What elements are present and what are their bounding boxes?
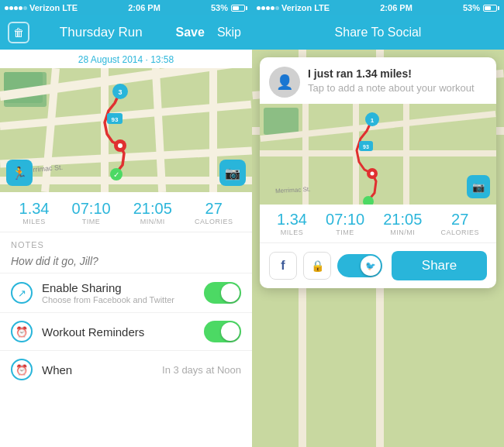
twitter-icon: 🐦 xyxy=(365,261,376,271)
enable-sharing-text: Enable Sharing Choose from Facebook and … xyxy=(42,281,204,304)
svg-point-3 xyxy=(118,143,123,148)
card-stat-time: 07:10 TIME xyxy=(326,211,364,236)
card-camera-button[interactable]: 📷 xyxy=(467,175,490,198)
time-right: 2:06 PM xyxy=(380,3,413,12)
facebook-icon: f xyxy=(281,259,285,273)
workout-reminders-text: Workout Reminders xyxy=(42,325,204,339)
when-title: When xyxy=(42,363,162,377)
stat-pace: 21:05 MIN/MI xyxy=(133,200,172,225)
card-header: 👤 I just ran 1.34 miles! Tap to add a no… xyxy=(260,57,496,104)
card-stat-miles: 1.34 MILES xyxy=(277,211,307,236)
workout-reminders-title: Workout Reminders xyxy=(42,325,204,339)
notes-section: NOTES xyxy=(0,232,252,273)
lock-button[interactable]: 🔒 xyxy=(303,252,331,280)
signal-icon-right xyxy=(257,6,279,10)
workout-reminders-toggle[interactable] xyxy=(204,321,241,342)
card-map: 1 93 Merrimac St. 📷 xyxy=(260,104,496,205)
enable-sharing-toggle[interactable] xyxy=(204,282,241,304)
notes-heading: NOTES xyxy=(11,240,241,249)
svg-text:3: 3 xyxy=(118,88,122,96)
miles-value: 1.34 xyxy=(19,200,50,217)
svg-text:93: 93 xyxy=(363,144,369,150)
when-icon: ⏰ xyxy=(11,359,33,380)
signal-icon xyxy=(5,6,27,10)
battery-pct-right: 53% xyxy=(463,3,480,12)
when-value: In 3 days at Noon xyxy=(162,364,241,376)
card-stat-pace: 21:05 MIN/MI xyxy=(383,211,422,236)
skip-button[interactable]: Skip xyxy=(214,26,244,40)
pace-value: 21:05 xyxy=(133,200,172,217)
svg-text:1: 1 xyxy=(371,117,375,124)
run-route: 3 ✓ 93 xyxy=(0,68,252,192)
time-left: 2:06 PM xyxy=(128,3,161,12)
status-bar-right: Verizon LTE 2:06 PM 53% xyxy=(252,0,504,15)
sharing-icon: ↗ xyxy=(11,282,33,304)
miles-label: MILES xyxy=(22,218,46,225)
carrier-left: Verizon LTE xyxy=(5,3,78,12)
workout-reminders-row: ⏰ Workout Reminders xyxy=(0,312,252,350)
header-left: 🗑 Thursday Run Save Skip xyxy=(0,15,252,50)
facebook-button[interactable]: f xyxy=(269,252,297,280)
share-to-social-label: Share To Social xyxy=(260,26,496,40)
map-background: 3 ✓ 93 Merrimac St. xyxy=(0,68,252,192)
svg-point-11 xyxy=(371,172,375,176)
card-calories-label: CALORIES xyxy=(440,229,479,236)
card-pace-label: MIN/MI xyxy=(390,229,415,236)
time-value: 07:10 xyxy=(72,200,111,217)
status-bar-left: Verizon LTE 2:06 PM 53% xyxy=(0,0,252,15)
map-camera-button[interactable]: 📷 xyxy=(219,160,246,186)
carrier-name-left: Verizon xyxy=(29,3,60,12)
card-calories-value: 27 xyxy=(451,211,468,228)
card-message-sub: Tap to add a note about your workout xyxy=(308,82,487,95)
status-right-left: 53% xyxy=(211,3,247,12)
card-message[interactable]: I just ran 1.34 miles! Tap to add a note… xyxy=(308,67,487,95)
battery-icon-left xyxy=(231,5,247,12)
network-type-right: LTE xyxy=(314,3,330,12)
card-actions: f 🔒 🐦 Share xyxy=(260,243,496,288)
right-panel: 👤 I just ran 1.34 miles! Tap to add a no… xyxy=(252,50,504,447)
stat-miles: 1.34 MILES xyxy=(19,200,50,225)
social-share-card: 👤 I just ran 1.34 miles! Tap to add a no… xyxy=(260,57,496,288)
calories-label: CALORIES xyxy=(195,218,233,225)
enable-sharing-title: Enable Sharing xyxy=(42,281,204,294)
stat-time: 07:10 TIME xyxy=(72,200,111,225)
card-time-value: 07:10 xyxy=(326,211,364,228)
lock-icon: 🔒 xyxy=(311,260,324,272)
user-avatar: 👤 xyxy=(269,67,300,98)
card-pace-value: 21:05 xyxy=(383,211,422,228)
battery-pct-left: 53% xyxy=(211,3,228,12)
trash-icon[interactable]: 🗑 xyxy=(8,22,29,43)
card-stats-row: 1.34 MILES 07:10 TIME 21:05 MIN/MI 27 CA… xyxy=(260,205,496,243)
svg-text:✓: ✓ xyxy=(113,170,119,179)
status-bar: Verizon LTE 2:06 PM 53% Verizon LTE 2:06… xyxy=(0,0,504,15)
main-content: 28 August 2014 · 13:58 xyxy=(0,50,504,447)
card-miles-label: MILES xyxy=(281,229,304,236)
carrier-right: Verizon LTE xyxy=(257,3,330,12)
twitter-toggle[interactable]: 🐦 xyxy=(337,254,382,277)
pace-label: MIN/MI xyxy=(140,218,165,225)
when-text: When xyxy=(42,363,162,377)
stat-calories: 27 CALORIES xyxy=(195,200,233,225)
notes-input[interactable] xyxy=(11,255,241,267)
share-button[interactable]: Share xyxy=(392,251,487,280)
status-icons-right: 53% xyxy=(463,3,499,12)
save-button[interactable]: Save xyxy=(173,26,208,40)
enable-sharing-row: ↗ Enable Sharing Choose from Facebook an… xyxy=(0,273,252,312)
toggle-knob-2 xyxy=(221,322,240,341)
reminder-icon: ⏰ xyxy=(11,321,33,342)
stats-row: 1.34 MILES 07:10 TIME 21:05 MIN/MI 27 CA… xyxy=(0,192,252,232)
header-right: Share To Social xyxy=(252,15,504,50)
toggle-knob xyxy=(221,284,240,302)
left-panel: 28 August 2014 · 13:58 xyxy=(0,50,252,447)
svg-text:93: 93 xyxy=(112,116,119,123)
card-message-main: I just ran 1.34 miles! xyxy=(308,67,487,81)
workout-map: 3 ✓ 93 Merrimac St. 🏃 📷 xyxy=(0,68,252,192)
card-stat-calories: 27 CALORIES xyxy=(440,211,479,236)
card-time-label: TIME xyxy=(336,229,354,236)
enable-sharing-subtitle: Choose from Facebook and Twitter xyxy=(42,295,204,304)
workout-date: 28 August 2014 · 13:58 xyxy=(0,50,252,68)
network-type-left: LTE xyxy=(62,3,78,12)
battery-icon-right xyxy=(483,5,499,12)
card-miles-value: 1.34 xyxy=(277,211,307,228)
map-person-button[interactable]: 🏃 xyxy=(6,160,33,186)
